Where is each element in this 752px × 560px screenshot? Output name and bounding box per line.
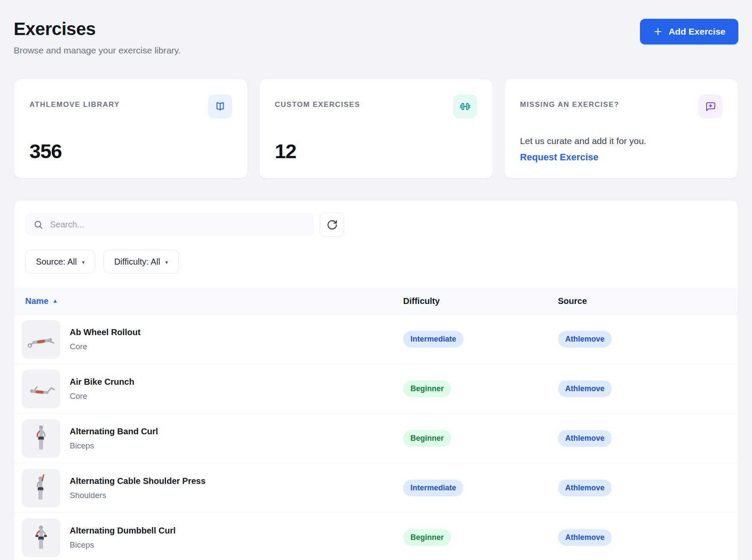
exercise-name: Air Bike Crunch	[70, 377, 134, 387]
chevron-down-icon: ▾	[165, 259, 168, 265]
exercise-name-cell: Alternating Dumbbell Curl Biceps	[70, 526, 176, 550]
stat-label-athlemove-library: ATHLEMOVE LIBRARY	[29, 94, 120, 109]
page-subtitle: Browse and manage your exercise library.	[14, 45, 181, 56]
source-badge: Athlemove	[558, 480, 612, 497]
exercise-name-cell: Air Bike Crunch Core	[70, 377, 134, 401]
difficulty-badge: Beginner	[403, 529, 451, 546]
exercise-name: Ab Wheel Rollout	[70, 327, 141, 337]
stat-card-missing-exercise: MISSING AN EXERCISE? Let us curate and a…	[504, 79, 738, 179]
dumbbell-icon	[453, 94, 477, 118]
stats-row: ATHLEMOVE LIBRARY 356 CUSTOM EXERCISES	[14, 79, 738, 179]
source-badge: Athlemove	[558, 380, 612, 398]
difficulty-badge: Beginner	[403, 380, 451, 398]
difficulty-badge: Intermediate	[403, 331, 463, 348]
exercise-muscle: Biceps	[70, 441, 158, 451]
table-row[interactable]: Ab Wheel Rollout Core Intermediate Athle…	[14, 315, 738, 364]
source-badge: Athlemove	[558, 430, 612, 447]
missing-exercise-text: Let us curate and add it for you.	[520, 136, 723, 146]
exercise-thumbnail	[22, 419, 60, 458]
book-open-icon	[208, 94, 232, 118]
page-heading: Exercises Browse and manage your exercis…	[14, 19, 181, 56]
stat-card-athlemove-library: ATHLEMOVE LIBRARY 356	[14, 79, 248, 179]
message-square-plus-icon	[699, 94, 723, 118]
table-row[interactable]: Alternating Dumbbell Curl Biceps Beginne…	[14, 513, 738, 560]
exercise-illustration	[25, 422, 57, 455]
toolbar	[14, 213, 738, 237]
chevron-down-icon: ▾	[82, 259, 85, 265]
table-header: Name ▲ Difficulty Source	[14, 288, 738, 315]
exercise-illustration	[25, 472, 57, 504]
source-badge: Athlemove	[558, 529, 612, 546]
table-row[interactable]: Alternating Cable Shoulder Press Shoulde…	[14, 463, 738, 513]
plus-icon	[653, 27, 663, 37]
exercise-illustration	[25, 323, 57, 356]
search-box	[25, 213, 314, 237]
difficulty-badge: Intermediate	[403, 480, 463, 497]
exercise-thumbnail	[22, 320, 60, 359]
request-exercise-link[interactable]: Request Exercise	[520, 152, 598, 163]
filter-row: Source: All ▾ Difficulty: All ▾	[14, 250, 738, 274]
source-filter-label: Source: All	[36, 257, 77, 267]
search-input[interactable]	[25, 213, 314, 236]
table-row[interactable]: Air Bike Crunch Core Beginner Athlemove	[14, 364, 738, 414]
exercise-muscle: Biceps	[70, 540, 176, 550]
exercise-name-cell: Ab Wheel Rollout Core	[70, 327, 141, 351]
exercise-illustration	[25, 522, 57, 554]
exercise-thumbnail	[22, 469, 60, 507]
exercise-name: Alternating Dumbbell Curl	[70, 526, 176, 536]
sort-ascending-icon: ▲	[52, 298, 58, 304]
exercises-page: Exercises Browse and manage your exercis…	[0, 0, 752, 560]
stat-label-custom-exercises: CUSTOM EXERCISES	[275, 94, 360, 109]
exercise-name: Alternating Band Curl	[70, 427, 158, 436]
stat-value-athlemove-library: 356	[29, 139, 232, 163]
exercise-muscle: Core	[70, 342, 141, 351]
exercise-name: Alternating Cable Shoulder Press	[70, 476, 206, 486]
exercise-muscle: Shoulders	[70, 491, 206, 500]
difficulty-filter-label: Difficulty: All	[114, 257, 160, 267]
name-header-label: Name	[25, 296, 48, 306]
exercises-table: Name ▲ Difficulty Source	[14, 288, 738, 560]
page-header: Exercises Browse and manage your exercis…	[14, 19, 738, 56]
refresh-button[interactable]	[320, 212, 344, 237]
add-exercise-button[interactable]: Add Exercise	[640, 19, 738, 44]
page-title: Exercises	[14, 19, 181, 39]
source-badge: Athlemove	[558, 331, 612, 348]
source-column-header: Source	[558, 296, 738, 306]
exercise-illustration	[25, 373, 57, 405]
exercise-thumbnail	[22, 519, 60, 557]
difficulty-column-header: Difficulty	[403, 296, 558, 306]
source-filter-button[interactable]: Source: All ▾	[25, 250, 95, 274]
stat-card-custom-exercises: CUSTOM EXERCISES 12	[259, 79, 493, 179]
exercise-thumbnail	[22, 370, 60, 408]
name-column-header[interactable]: Name ▲	[25, 296, 58, 306]
difficulty-filter-button[interactable]: Difficulty: All ▾	[103, 250, 179, 274]
stat-label-missing-exercise: MISSING AN EXERCISE?	[520, 94, 619, 109]
exercise-name-cell: Alternating Band Curl Biceps	[70, 427, 158, 451]
exercise-library-panel: Source: All ▾ Difficulty: All ▾ Name ▲ D…	[14, 200, 738, 560]
add-exercise-label: Add Exercise	[669, 27, 725, 37]
exercise-muscle: Core	[70, 392, 134, 401]
exercise-name-cell: Alternating Cable Shoulder Press Shoulde…	[70, 476, 206, 500]
stat-value-custom-exercises: 12	[275, 139, 478, 163]
refresh-icon	[327, 219, 338, 230]
table-row[interactable]: Alternating Band Curl Biceps Beginner At…	[14, 414, 738, 463]
difficulty-badge: Beginner	[403, 430, 451, 447]
